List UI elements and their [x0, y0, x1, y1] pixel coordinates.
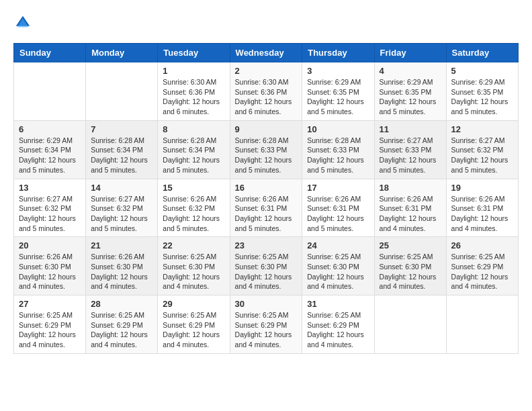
day-number: 31	[307, 299, 369, 309]
day-number: 3	[307, 66, 369, 76]
day-info: Sunrise: 6:27 AMSunset: 6:33 PMDaylight:…	[380, 136, 441, 175]
calendar-cell: 21Sunrise: 6:26 AMSunset: 6:30 PMDayligh…	[86, 237, 158, 295]
day-info: Sunrise: 6:26 AMSunset: 6:30 PMDaylight:…	[91, 252, 152, 291]
calendar-cell: 12Sunrise: 6:27 AMSunset: 6:32 PMDayligh…	[446, 120, 518, 179]
day-number: 27	[19, 299, 81, 309]
day-info: Sunrise: 6:25 AMSunset: 6:29 PMDaylight:…	[235, 310, 298, 350]
day-info: Sunrise: 6:26 AMSunset: 6:31 PMDaylight:…	[235, 194, 298, 234]
day-number: 29	[163, 299, 224, 309]
calendar-cell: 13Sunrise: 6:27 AMSunset: 6:32 PMDayligh…	[14, 179, 86, 237]
calendar-cell: 10Sunrise: 6:28 AMSunset: 6:33 PMDayligh…	[302, 120, 374, 179]
calendar-cell: 11Sunrise: 6:27 AMSunset: 6:33 PMDayligh…	[374, 120, 446, 179]
logo	[13, 13, 35, 32]
day-number: 13	[19, 183, 81, 193]
calendar-cell: 29Sunrise: 6:25 AMSunset: 6:29 PMDayligh…	[158, 295, 230, 354]
calendar-cell: 22Sunrise: 6:25 AMSunset: 6:30 PMDayligh…	[158, 237, 230, 295]
calendar-cell: 18Sunrise: 6:26 AMSunset: 6:31 PMDayligh…	[374, 179, 446, 237]
day-info: Sunrise: 6:25 AMSunset: 6:30 PMDaylight:…	[307, 252, 369, 291]
day-info: Sunrise: 6:26 AMSunset: 6:30 PMDaylight:…	[19, 252, 81, 291]
day-number: 5	[451, 66, 513, 76]
calendar-cell: 2Sunrise: 6:30 AMSunset: 6:36 PMDaylight…	[230, 62, 302, 121]
day-info: Sunrise: 6:28 AMSunset: 6:34 PMDaylight:…	[91, 136, 152, 175]
calendar-cell: 17Sunrise: 6:26 AMSunset: 6:31 PMDayligh…	[302, 179, 374, 237]
calendar-cell: 6Sunrise: 6:29 AMSunset: 6:34 PMDaylight…	[14, 120, 86, 179]
day-info: Sunrise: 6:25 AMSunset: 6:29 PMDaylight:…	[19, 310, 81, 350]
day-number: 21	[91, 240, 152, 250]
day-info: Sunrise: 6:26 AMSunset: 6:31 PMDaylight:…	[307, 194, 369, 234]
calendar-header-wednesday: Wednesday	[230, 44, 302, 62]
calendar: SundayMondayTuesdayWednesdayThursdayFrid…	[13, 43, 519, 354]
day-info: Sunrise: 6:25 AMSunset: 6:30 PMDaylight:…	[163, 252, 224, 291]
calendar-cell: 30Sunrise: 6:25 AMSunset: 6:29 PMDayligh…	[230, 295, 302, 354]
calendar-cell: 28Sunrise: 6:25 AMSunset: 6:29 PMDayligh…	[86, 295, 158, 354]
calendar-header-saturday: Saturday	[446, 44, 518, 62]
calendar-header-tuesday: Tuesday	[158, 44, 230, 62]
day-number: 19	[451, 183, 513, 193]
calendar-cell: 1Sunrise: 6:30 AMSunset: 6:36 PMDaylight…	[158, 62, 230, 121]
calendar-cell	[374, 295, 446, 354]
day-number: 23	[235, 240, 298, 250]
day-info: Sunrise: 6:27 AMSunset: 6:32 PMDaylight:…	[19, 194, 81, 234]
day-info: Sunrise: 6:28 AMSunset: 6:33 PMDaylight:…	[307, 136, 369, 175]
calendar-cell: 23Sunrise: 6:25 AMSunset: 6:30 PMDayligh…	[230, 237, 302, 295]
day-info: Sunrise: 6:29 AMSunset: 6:34 PMDaylight:…	[19, 136, 81, 175]
day-info: Sunrise: 6:30 AMSunset: 6:36 PMDaylight:…	[235, 77, 298, 117]
day-info: Sunrise: 6:25 AMSunset: 6:29 PMDaylight:…	[451, 252, 513, 291]
calendar-cell: 4Sunrise: 6:29 AMSunset: 6:35 PMDaylight…	[374, 62, 446, 121]
day-number: 7	[91, 124, 152, 134]
calendar-cell: 15Sunrise: 6:26 AMSunset: 6:32 PMDayligh…	[158, 179, 230, 237]
calendar-cell: 26Sunrise: 6:25 AMSunset: 6:29 PMDayligh…	[446, 237, 518, 295]
calendar-cell: 14Sunrise: 6:27 AMSunset: 6:32 PMDayligh…	[86, 179, 158, 237]
day-info: Sunrise: 6:29 AMSunset: 6:35 PMDaylight:…	[451, 77, 513, 117]
day-number: 25	[380, 240, 441, 250]
calendar-cell: 19Sunrise: 6:26 AMSunset: 6:31 PMDayligh…	[446, 179, 518, 237]
day-info: Sunrise: 6:26 AMSunset: 6:31 PMDaylight:…	[451, 194, 513, 234]
day-number: 14	[91, 183, 152, 193]
calendar-cell	[446, 295, 518, 354]
calendar-cell: 20Sunrise: 6:26 AMSunset: 6:30 PMDayligh…	[14, 237, 86, 295]
day-number: 8	[163, 124, 224, 134]
day-number: 2	[235, 66, 298, 76]
day-number: 28	[91, 299, 152, 309]
day-number: 30	[235, 299, 298, 309]
calendar-cell: 24Sunrise: 6:25 AMSunset: 6:30 PMDayligh…	[302, 237, 374, 295]
day-info: Sunrise: 6:30 AMSunset: 6:36 PMDaylight:…	[163, 77, 224, 117]
day-number: 20	[19, 240, 81, 250]
day-number: 9	[235, 124, 298, 134]
day-number: 1	[163, 66, 224, 76]
calendar-cell	[86, 62, 158, 121]
day-number: 17	[307, 183, 369, 193]
day-info: Sunrise: 6:28 AMSunset: 6:34 PMDaylight:…	[163, 136, 224, 175]
day-info: Sunrise: 6:25 AMSunset: 6:29 PMDaylight:…	[307, 310, 369, 350]
day-info: Sunrise: 6:28 AMSunset: 6:33 PMDaylight:…	[235, 136, 298, 175]
calendar-cell: 31Sunrise: 6:25 AMSunset: 6:29 PMDayligh…	[302, 295, 374, 354]
day-info: Sunrise: 6:25 AMSunset: 6:30 PMDaylight:…	[235, 252, 298, 291]
calendar-cell	[14, 62, 86, 121]
calendar-header-sunday: Sunday	[14, 44, 86, 62]
day-number: 26	[451, 240, 513, 250]
day-number: 12	[451, 124, 513, 134]
day-info: Sunrise: 6:25 AMSunset: 6:29 PMDaylight:…	[163, 310, 224, 350]
day-number: 18	[380, 183, 441, 193]
logo-icon	[13, 13, 32, 32]
day-info: Sunrise: 6:25 AMSunset: 6:29 PMDaylight:…	[91, 310, 152, 350]
day-info: Sunrise: 6:29 AMSunset: 6:35 PMDaylight:…	[380, 77, 441, 117]
day-number: 10	[307, 124, 369, 134]
day-number: 4	[380, 66, 441, 76]
day-info: Sunrise: 6:27 AMSunset: 6:32 PMDaylight:…	[451, 136, 513, 175]
day-info: Sunrise: 6:25 AMSunset: 6:30 PMDaylight:…	[380, 252, 441, 291]
day-number: 15	[163, 183, 224, 193]
calendar-cell: 9Sunrise: 6:28 AMSunset: 6:33 PMDaylight…	[230, 120, 302, 179]
day-info: Sunrise: 6:29 AMSunset: 6:35 PMDaylight:…	[307, 77, 369, 117]
page-header	[13, 13, 519, 32]
day-info: Sunrise: 6:26 AMSunset: 6:31 PMDaylight:…	[380, 194, 441, 234]
day-number: 22	[163, 240, 224, 250]
day-number: 24	[307, 240, 369, 250]
calendar-cell: 25Sunrise: 6:25 AMSunset: 6:30 PMDayligh…	[374, 237, 446, 295]
day-number: 11	[380, 124, 441, 134]
day-info: Sunrise: 6:26 AMSunset: 6:32 PMDaylight:…	[163, 194, 224, 234]
calendar-cell: 8Sunrise: 6:28 AMSunset: 6:34 PMDaylight…	[158, 120, 230, 179]
calendar-cell: 7Sunrise: 6:28 AMSunset: 6:34 PMDaylight…	[86, 120, 158, 179]
day-number: 6	[19, 124, 81, 134]
day-info: Sunrise: 6:27 AMSunset: 6:32 PMDaylight:…	[91, 194, 152, 234]
